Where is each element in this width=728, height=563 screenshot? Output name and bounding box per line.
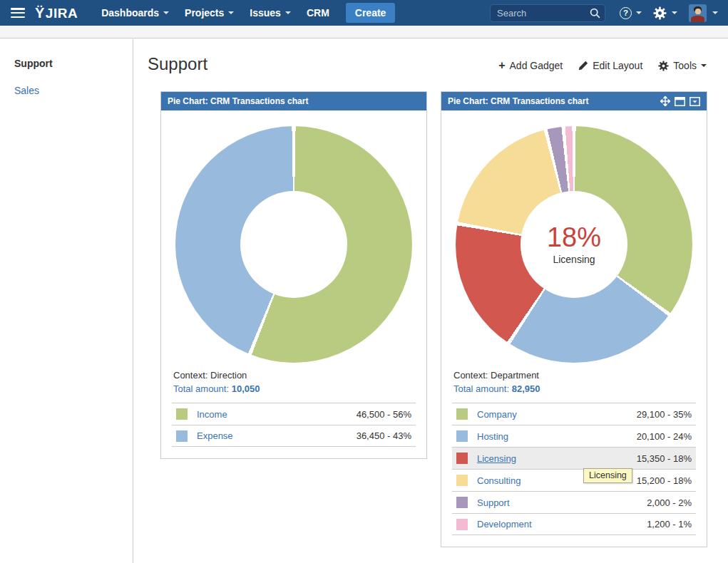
legend-link[interactable]: Company xyxy=(477,409,517,420)
legend-link[interactable]: Hosting xyxy=(477,431,508,442)
search-box xyxy=(490,4,605,22)
legend-value: 29,100 - 35% xyxy=(637,409,692,420)
income-swatch xyxy=(176,408,188,420)
total-amount-line: Total amount: 82,950 xyxy=(453,383,694,394)
add-gadget-button[interactable]: + Add Gadget xyxy=(498,59,563,72)
maximize-gadget-icon[interactable] xyxy=(675,97,685,106)
help-menu[interactable]: ? xyxy=(620,7,642,19)
legend-link[interactable]: Expense xyxy=(197,430,233,441)
move-gadget-icon[interactable] xyxy=(660,96,670,106)
jira-logo[interactable]: Ÿ JIRA xyxy=(35,5,78,21)
nav-issues[interactable]: Issues xyxy=(242,0,299,26)
licensing-swatch xyxy=(456,453,468,464)
gadget-pie-chart-department: Pie Chart: CRM Transactions chart xyxy=(441,91,707,547)
legend-value: 15,200 - 18% xyxy=(637,475,692,486)
legend-value: 36,450 - 43% xyxy=(357,430,411,441)
hosting-swatch xyxy=(456,430,468,442)
help-icon: ? xyxy=(620,7,632,19)
admin-settings-menu[interactable] xyxy=(653,6,677,20)
center-segment-label: Licensing xyxy=(553,254,595,265)
nav-dashboards[interactable]: Dashboards xyxy=(93,0,177,26)
avatar xyxy=(689,4,707,22)
donut-chart-department[interactable]: 18% Licensing xyxy=(456,126,692,363)
legend-row-development[interactable]: Development 1,200 - 1% xyxy=(452,513,696,535)
chevron-down-icon xyxy=(712,11,718,14)
total-amount-line: Total amount: 10,050 xyxy=(173,383,414,394)
chevron-down-icon xyxy=(701,64,707,67)
context-line: Context: Department xyxy=(453,370,694,381)
page-title: Support xyxy=(148,54,207,74)
tools-menu-button[interactable]: Tools xyxy=(658,60,707,71)
sidebar-item-support[interactable]: Support xyxy=(14,58,133,69)
plus-icon: + xyxy=(498,59,505,72)
expense-swatch xyxy=(176,430,188,442)
create-button[interactable]: Create xyxy=(346,3,396,23)
legend-row-support[interactable]: Support 2,000 - 2% xyxy=(452,491,696,513)
jira-logo-mark: Ÿ xyxy=(35,5,45,21)
gadget-pie-chart-direction: Pie Chart: CRM Transactions chart Contex… xyxy=(160,91,427,459)
dashboard-sidebar: Support Sales xyxy=(0,39,133,563)
legend-table: Company 29,100 - 35% Hosting 20,100 - 24… xyxy=(452,403,696,535)
chevron-down-icon xyxy=(163,11,169,14)
chevron-down-icon xyxy=(228,11,234,14)
support-swatch xyxy=(456,497,468,508)
gadget-title: Pie Chart: CRM Transactions chart xyxy=(168,96,308,106)
legend-table: Income 46,500 - 56% Expense 36,450 - 43% xyxy=(172,403,416,447)
legend-link[interactable]: Support xyxy=(477,497,510,508)
nav-crm[interactable]: CRM xyxy=(299,0,337,26)
legend-link[interactable]: Development xyxy=(477,519,532,530)
page-actions: + Add Gadget Edit Layout Tools xyxy=(483,59,707,72)
app-switcher-icon[interactable] xyxy=(11,8,25,18)
legend-row-expense[interactable]: Expense 36,450 - 43% xyxy=(172,425,416,447)
user-profile-menu[interactable] xyxy=(689,4,718,22)
development-swatch xyxy=(456,519,468,530)
legend-link[interactable]: Consulting xyxy=(477,475,521,486)
edit-layout-button[interactable]: Edit Layout xyxy=(578,60,642,71)
nav-projects[interactable]: Projects xyxy=(177,0,242,26)
legend-value: 46,500 - 56% xyxy=(357,409,411,420)
legend-value: 1,200 - 1% xyxy=(647,519,692,530)
legend-row-income[interactable]: Income 46,500 - 56% xyxy=(172,403,416,425)
chevron-down-icon xyxy=(636,11,642,14)
consulting-swatch xyxy=(456,475,468,486)
gadget-title: Pie Chart: CRM Transactions chart xyxy=(448,96,588,106)
legend-value: 15,350 - 18% xyxy=(637,453,692,464)
legend-row-hosting[interactable]: Hosting 20,100 - 24% xyxy=(452,425,696,447)
legend-link[interactable]: Licensing xyxy=(477,453,516,464)
donut-chart-direction[interactable] xyxy=(175,126,412,363)
chevron-down-icon xyxy=(285,11,291,14)
gadget-header[interactable]: Pie Chart: CRM Transactions chart xyxy=(441,92,707,110)
gear-icon xyxy=(658,61,669,71)
legend-row-consulting[interactable]: Consulting 15,200 - 18% xyxy=(452,469,696,491)
licensing-tooltip: Licensing xyxy=(583,468,632,483)
legend-row-company[interactable]: Company 29,100 - 35% xyxy=(452,403,696,425)
sidebar-item-sales[interactable]: Sales xyxy=(14,85,133,96)
center-percent-label: 18% xyxy=(547,224,601,252)
legend-row-licensing[interactable]: Licensing 15,350 - 18% xyxy=(452,447,696,469)
gear-icon xyxy=(653,6,667,20)
search-input[interactable] xyxy=(490,4,605,22)
chevron-down-icon xyxy=(672,11,677,14)
legend-value: 2,000 - 2% xyxy=(647,497,692,508)
subheader-strip xyxy=(0,26,728,38)
jira-logo-text: JIRA xyxy=(46,6,78,21)
context-line: Context: Direction xyxy=(173,370,414,381)
pencil-icon xyxy=(578,61,588,71)
search-icon[interactable] xyxy=(590,8,600,19)
legend-link[interactable]: Income xyxy=(197,409,227,420)
gadget-header[interactable]: Pie Chart: CRM Transactions chart xyxy=(161,92,426,110)
company-swatch xyxy=(456,408,468,420)
top-navbar: Ÿ JIRA Dashboards Projects Issues CRM Cr… xyxy=(0,0,728,26)
legend-value: 20,100 - 24% xyxy=(637,431,692,442)
gadget-menu-icon[interactable] xyxy=(689,97,700,106)
